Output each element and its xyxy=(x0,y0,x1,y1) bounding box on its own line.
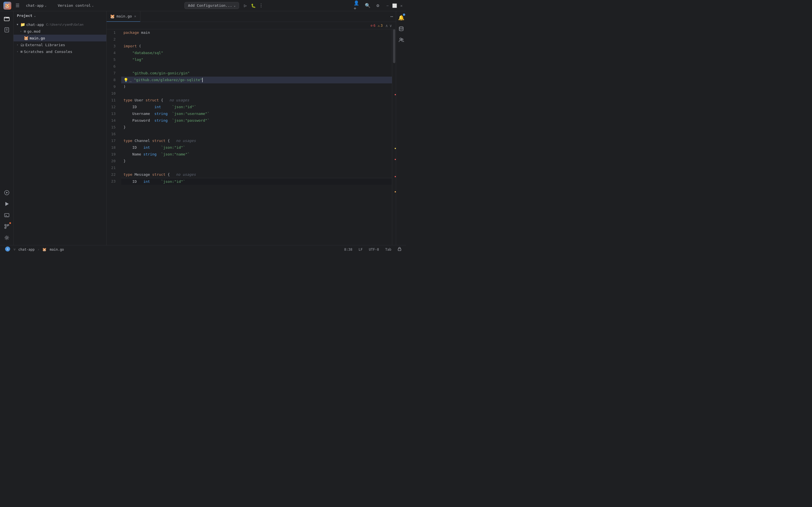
tab-actions: ⋯ xyxy=(388,13,396,20)
tree-item-gomod[interactable]: › ≡ go.mod xyxy=(13,28,106,35)
more-actions-button[interactable]: ⋮ xyxy=(257,2,265,10)
scratches-icon: ≡ xyxy=(20,49,22,54)
more-vert-icon: ⋮ xyxy=(259,3,263,8)
collab-button[interactable]: 👤+ xyxy=(354,2,361,10)
status-position[interactable]: 8:38 xyxy=(343,247,354,252)
tag-username: `json:"username"` xyxy=(172,110,209,117)
run-icon: ▷ xyxy=(244,3,247,8)
menu-button[interactable]: ☰ xyxy=(13,2,21,10)
tree-label-maingo: main.go xyxy=(30,36,45,40)
tree-item-maingo[interactable]: 🐹 main.go xyxy=(13,35,106,41)
error-badge: ⊘ 6 xyxy=(370,24,375,27)
right-people-button[interactable] xyxy=(397,36,405,44)
punc-close-user: } xyxy=(123,124,126,131)
libs-icon: 🗂 xyxy=(20,43,24,47)
tp-int-1: int xyxy=(154,104,161,110)
warning-badge: ⚠ 3 xyxy=(378,24,383,27)
lightbulb-icon: 💡 xyxy=(123,76,128,83)
right-database-button[interactable] xyxy=(397,25,405,33)
tree-item-scratches[interactable]: › ≡ Scratches and Consoles xyxy=(13,48,106,55)
str-sqlite: "github.com/glebarez/go-sqlite" xyxy=(134,76,202,83)
activity-plugins-button[interactable] xyxy=(2,233,12,243)
activity-terminal-button[interactable] xyxy=(2,210,12,220)
error-count: 6 xyxy=(373,24,375,27)
tree-expand-libs-icon: › xyxy=(16,43,19,47)
tag-id-message: `json:"id"` xyxy=(161,178,185,185)
text-cursor xyxy=(202,78,203,82)
add-config-button[interactable]: Add Configuration... ⌄ xyxy=(185,2,239,9)
status-lock-button[interactable] xyxy=(396,246,403,252)
tab-more-button[interactable]: ⋯ xyxy=(390,13,394,20)
maximize-button[interactable]: ⬜ xyxy=(392,3,397,8)
tab-label-maingo: main.go xyxy=(116,14,132,18)
menu-icon: ☰ xyxy=(15,3,19,8)
run-button[interactable]: ▷ xyxy=(241,2,249,10)
tree-expand-root-icon: ▼ xyxy=(16,23,19,26)
status-left: G ⑂ chat-app › 🐹 main.go xyxy=(3,246,65,253)
run-play-icon xyxy=(4,201,10,207)
status-git-button[interactable]: G xyxy=(3,246,12,253)
tab-close-maingo[interactable]: × xyxy=(134,14,137,19)
hint-nousages-message: no usages xyxy=(171,171,196,178)
status-project-name[interactable]: chat-app xyxy=(17,247,36,252)
scrollbar-thumb[interactable] xyxy=(393,29,395,63)
status-encoding[interactable]: UTF-8 xyxy=(368,247,380,252)
status-indent-label: Tab xyxy=(385,247,391,251)
code-line-10 xyxy=(121,90,392,97)
vcs-chevron-icon: ⌄ xyxy=(92,4,94,7)
debug-icon: 🐛 xyxy=(251,3,256,8)
code-line-4: "database/sql" xyxy=(121,50,392,56)
code-line-22: type Message struct { no usages xyxy=(121,171,392,178)
status-line-ending[interactable]: LF xyxy=(357,247,364,252)
right-notifications-button[interactable]: 🔔 xyxy=(397,13,405,21)
activity-run-widget-button[interactable] xyxy=(2,187,12,198)
search-button[interactable]: 🔍 xyxy=(364,2,371,10)
scrollbar-marker-warning-1 xyxy=(395,148,396,149)
editor-scrollbar[interactable] xyxy=(392,29,396,245)
code-line-14: Password string `json:"password"` xyxy=(121,117,392,124)
code-line-20: } xyxy=(121,158,392,165)
kw-package: package xyxy=(123,29,139,36)
line-num-7: 7 xyxy=(107,70,118,76)
tree-item-root[interactable]: ▼ 📁 chat-app C:\Users\ryan0\Golan xyxy=(13,21,106,28)
activity-git-button[interactable] xyxy=(2,221,12,231)
line-numbers: 1 2 3 4 5 6 7 8 9 10 11 12 13 14 15 16 1… xyxy=(107,29,121,245)
project-selector[interactable]: chat-app ⌄ xyxy=(24,2,49,9)
activity-bookmarks-button[interactable] xyxy=(2,25,12,35)
punc-open: ( xyxy=(137,43,141,50)
settings-button[interactable]: ⚙ xyxy=(374,2,382,10)
scrollbar-marker-error-3 xyxy=(395,176,396,177)
activity-project-button[interactable] xyxy=(2,13,12,24)
line-num-12: 12 xyxy=(107,104,118,110)
code-line-23: ID int `json:"id"` xyxy=(121,178,392,185)
svg-rect-7 xyxy=(4,214,9,217)
project-chevron-icon: ⌄ xyxy=(45,4,47,7)
tree-item-external-libs[interactable]: › 🗂 External Libraries xyxy=(13,41,106,48)
status-file-name[interactable]: 🐹 main.go xyxy=(41,247,65,252)
code-content[interactable]: package main import ( "database/sql" "lo… xyxy=(121,29,392,245)
status-position-label: 8:38 xyxy=(344,247,352,251)
people-icon xyxy=(398,37,404,43)
tab-icon-maingo: 🐹 xyxy=(110,14,115,18)
tab-maingo[interactable]: 🐹 main.go × xyxy=(107,11,140,22)
status-lf-label: LF xyxy=(359,247,363,251)
svg-point-14 xyxy=(400,38,402,40)
svg-point-10 xyxy=(7,224,9,226)
kw-struct-message: struct xyxy=(152,171,165,178)
kw-type-channel: type xyxy=(123,137,132,144)
add-config-chevron-icon: ⌄ xyxy=(234,4,236,7)
code-line-17: type Channel struct { no usages xyxy=(121,137,392,144)
svg-point-9 xyxy=(4,224,6,226)
activity-run-button[interactable] xyxy=(2,199,12,209)
line-num-1: 1 xyxy=(107,29,118,36)
nav-up-icon[interactable]: ∧ xyxy=(385,23,388,28)
close-button[interactable]: ✕ xyxy=(400,3,403,8)
vcs-selector[interactable]: Version control ⌄ xyxy=(56,2,96,9)
tree-label-scratches: Scratches and Consoles xyxy=(24,50,72,54)
debug-button[interactable]: 🐛 xyxy=(249,2,257,10)
gomod-file-icon: ≡ xyxy=(24,29,26,34)
nav-down-icon[interactable]: ∨ xyxy=(389,23,393,28)
status-indent[interactable]: Tab xyxy=(384,247,393,252)
tree-path-root: C:\Users\ryan0\Golan xyxy=(46,23,84,26)
minimize-button[interactable]: − xyxy=(386,3,389,8)
